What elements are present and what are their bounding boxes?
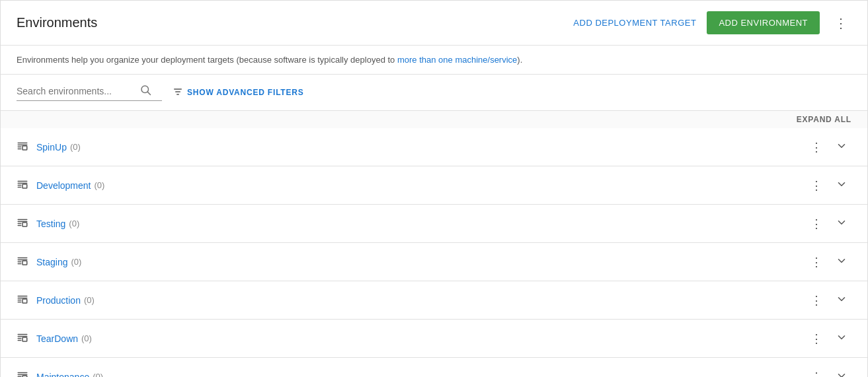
page-title: Environments [17, 15, 97, 30]
add-deployment-target-button[interactable]: ADD DEPLOYMENT TARGET [573, 18, 696, 28]
svg-rect-19 [22, 223, 27, 226]
environment-name[interactable]: Testing [36, 219, 65, 229]
env-actions: ⋮ [807, 367, 851, 377]
description-link[interactable]: more than one machine/service [397, 55, 517, 65]
environment-name[interactable]: Maintenance [36, 372, 89, 378]
environment-count: (0) [81, 333, 92, 343]
environment-count: (0) [84, 295, 95, 305]
environment-count: (0) [69, 219, 79, 228]
environment-count: (0) [93, 372, 103, 377]
env-expand-button[interactable] [832, 214, 851, 233]
env-actions: ⋮ [807, 176, 851, 195]
svg-rect-24 [22, 261, 27, 265]
environment-row: SpinUp (0) ⋮ [1, 128, 867, 166]
svg-rect-9 [22, 146, 27, 150]
env-more-button[interactable]: ⋮ [807, 177, 826, 194]
env-more-button[interactable]: ⋮ [807, 139, 826, 156]
show-advanced-filters-button[interactable]: SHOW ADVANCED FILTERS [173, 86, 304, 99]
environment-row: Staging (0) ⋮ [1, 243, 867, 281]
more-options-button[interactable]: ⋮ [830, 14, 851, 32]
search-input-wrapper [17, 84, 162, 101]
env-actions: ⋮ [807, 329, 851, 348]
environment-row: Development (0) ⋮ [1, 166, 867, 205]
environment-count: (0) [95, 180, 105, 190]
environment-name[interactable]: Staging [36, 257, 67, 267]
search-bar: SHOW ADVANCED FILTERS [1, 75, 867, 111]
env-expand-button[interactable] [832, 176, 851, 195]
environment-name[interactable]: Production [36, 295, 81, 306]
env-actions: ⋮ [807, 137, 851, 156]
expand-all-label: EXPAND ALL [797, 115, 851, 124]
environment-name[interactable]: TearDown [36, 333, 78, 344]
environment-icon [17, 293, 28, 307]
environment-count: (0) [70, 142, 81, 152]
environment-icon [17, 140, 28, 154]
svg-line-1 [147, 92, 150, 94]
search-input[interactable] [17, 86, 136, 96]
environment-row: Production (0) ⋮ [1, 281, 867, 320]
environment-row: TearDown (0) ⋮ [1, 320, 867, 358]
svg-rect-14 [22, 184, 27, 188]
env-actions: ⋮ [807, 214, 851, 233]
header: Environments ADD DEPLOYMENT TARGET ADD E… [1, 1, 867, 46]
environment-icon [17, 370, 28, 377]
environment-list: SpinUp (0) ⋮ D [1, 128, 867, 377]
environment-name[interactable]: Development [36, 180, 91, 191]
svg-rect-29 [22, 299, 27, 303]
env-expand-button[interactable] [832, 367, 851, 377]
filter-icon [173, 86, 183, 99]
env-more-button[interactable]: ⋮ [807, 368, 826, 378]
advanced-filters-label: SHOW ADVANCED FILTERS [187, 88, 304, 97]
search-icon [139, 84, 151, 98]
environment-icon [17, 331, 28, 345]
environment-count: (0) [71, 257, 81, 267]
env-expand-button[interactable] [832, 291, 851, 310]
environment-row: Testing (0) ⋮ [1, 205, 867, 243]
env-expand-button[interactable] [832, 252, 851, 271]
environment-name[interactable]: SpinUp [36, 142, 67, 153]
description-bar: Environments help you organize your depl… [1, 46, 867, 75]
header-actions: ADD DEPLOYMENT TARGET ADD ENVIRONMENT ⋮ [573, 11, 851, 34]
env-expand-button[interactable] [832, 329, 851, 348]
svg-rect-34 [22, 337, 27, 341]
environment-row: Maintenance (0) ⋮ [1, 358, 867, 377]
description-text: Environments help you organize your depl… [17, 55, 522, 65]
environment-icon [17, 178, 28, 192]
env-expand-button[interactable] [832, 137, 851, 156]
expand-all-row: EXPAND ALL [1, 111, 867, 128]
environment-icon [17, 217, 28, 230]
env-actions: ⋮ [807, 252, 851, 271]
env-more-button[interactable]: ⋮ [807, 330, 826, 347]
env-actions: ⋮ [807, 291, 851, 310]
env-more-button[interactable]: ⋮ [807, 254, 826, 271]
environment-icon [17, 255, 28, 269]
env-more-button[interactable]: ⋮ [807, 215, 826, 232]
page-container: Environments ADD DEPLOYMENT TARGET ADD E… [0, 0, 868, 377]
add-environment-button[interactable]: ADD ENVIRONMENT [707, 11, 820, 34]
env-more-button[interactable]: ⋮ [807, 292, 826, 309]
